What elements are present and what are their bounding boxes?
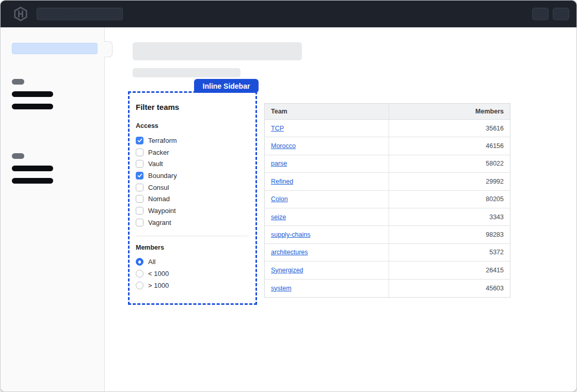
radio-dot [138,260,141,264]
checkbox-label: Vagrant [148,219,171,226]
checkbox-option: Consul [136,182,249,193]
filter-panel-title: Filter teams [136,103,249,111]
nav-section-label-skeleton [12,79,24,85]
team-link[interactable]: system [271,285,292,292]
topbar-button-skeleton [553,8,569,20]
radio-label: > 1000 [148,282,169,289]
checkbox-option: Packer [136,146,249,158]
inline-sidebar-badge: Inline Sidebar [194,79,259,93]
table-row: seize3343 [265,208,510,226]
members-value: 26415 [389,262,510,279]
checkbox[interactable] [136,195,143,203]
checkbox-option: Nomad [136,193,249,205]
team-link[interactable]: Morocco [271,142,296,150]
sidebar-toggle-handle[interactable] [104,41,113,57]
members-value: 35616 [389,120,510,137]
team-link[interactable]: Synergized [271,267,303,274]
app-window: Inline Sidebar Filter teams Access Terra… [0,0,577,392]
teams-table: Team Members TCP35616Morocco46156parse58… [264,103,510,298]
team-link[interactable]: Colon [271,195,288,203]
app-sidebar [1,27,105,392]
checkbox[interactable] [136,172,143,179]
access-group-label: Access [136,122,249,129]
members-group-label: Members [136,244,249,251]
inline-filter-sidebar: Filter teams Access TerraformPackerVault… [128,91,257,305]
nav-item-skeleton [12,178,53,184]
table-row: supply-chains98283 [265,226,510,243]
nav-section-label-skeleton [12,153,24,159]
team-link[interactable]: architectures [271,249,308,256]
checkbox-label: Terraform [148,137,177,144]
top-navigation-bar [1,1,576,27]
column-header-members: Members [389,104,510,119]
checkbox-label: Nomad [148,195,170,203]
table-row: TCP35616 [265,120,510,137]
hashicorp-logo-icon [12,5,29,23]
table-row: Colon80205 [265,191,510,208]
checkbox-option: Waypoint [136,205,249,217]
team-cell: Colon [265,191,389,208]
team-cell: seize [265,208,389,225]
members-value: 80205 [389,191,510,208]
members-value: 98283 [389,226,510,243]
radio[interactable] [136,282,143,289]
team-cell: architectures [265,244,389,261]
radio-option: < 1000 [136,268,249,280]
team-link[interactable]: seize [271,214,286,221]
team-link[interactable]: Refined [271,178,293,185]
members-value: 45603 [389,280,510,297]
checkbox-label: Packer [148,149,169,156]
page-subtitle-skeleton [133,68,241,77]
team-link[interactable]: TCP [271,125,284,132]
members-value: 58022 [389,155,510,172]
team-link[interactable]: supply-chains [271,231,310,238]
table-body: TCP35616Morocco46156parse58022Refined299… [265,120,510,297]
checkbox[interactable] [136,160,143,168]
radio[interactable] [136,270,143,277]
team-cell: Synergized [265,262,389,279]
table-row: architectures5372 [265,244,510,262]
access-checkbox-group: TerraformPackerVaultBoundaryConsulNomadW… [136,135,249,228]
checkbox[interactable] [136,207,143,215]
team-cell: supply-chains [265,226,389,243]
team-cell: parse [265,155,389,172]
active-nav-item-skeleton [12,43,98,54]
checkbox[interactable] [136,137,143,144]
team-link[interactable]: parse [271,160,287,167]
checkbox-label: Consul [148,184,169,191]
topbar-button-skeleton [532,8,549,20]
checkbox-label: Vault [148,160,163,168]
checkbox-option: Terraform [136,135,249,146]
checkbox[interactable] [136,184,143,191]
table-row: parse58022 [265,155,510,173]
team-cell: Refined [265,173,389,190]
radio-label: All [148,258,155,266]
checkbox[interactable] [136,219,143,226]
radio-option: All [136,256,249,268]
column-header-team: Team [265,104,389,119]
checkbox-label: Waypoint [148,207,176,215]
members-radio-group: All< 1000> 1000 [136,256,249,291]
page-title-skeleton [133,42,302,60]
checkbox-option: Vagrant [136,217,249,228]
members-value: 3343 [389,208,510,225]
team-cell: system [265,280,389,297]
radio-option: > 1000 [136,280,249,291]
table-header-row: Team Members [265,104,510,120]
table-row: Refined29992 [265,173,510,190]
members-value: 5372 [389,244,510,261]
radio[interactable] [136,258,143,266]
checkbox-label: Boundary [148,172,177,179]
radio-label: < 1000 [148,270,169,277]
checkbox-option: Vault [136,158,249,170]
checkbox[interactable] [136,149,143,156]
table-row: system45603 [265,280,510,297]
table-row: Morocco46156 [265,137,510,155]
nav-item-skeleton [12,166,53,171]
members-value: 29992 [389,173,510,190]
search-input-skeleton [37,8,123,20]
divider [136,236,248,236]
table-row: Synergized26415 [265,262,510,279]
team-cell: TCP [265,120,389,137]
members-value: 46156 [389,137,510,154]
